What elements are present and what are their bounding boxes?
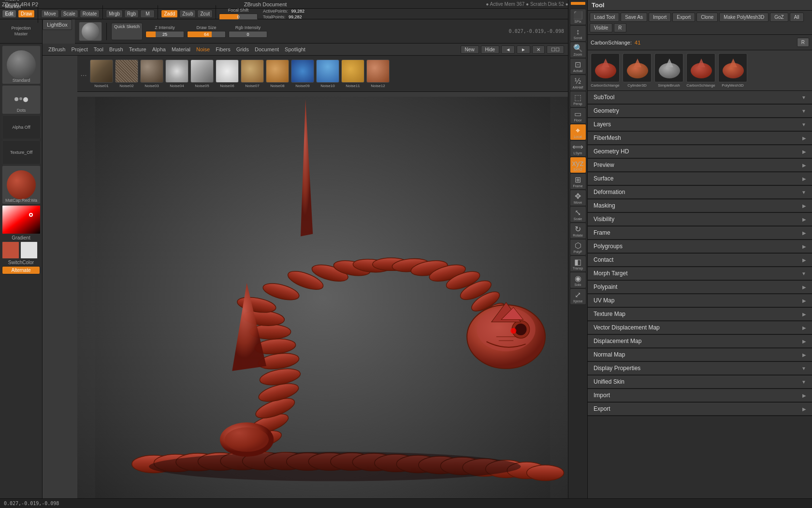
brush-preview[interactable] [79, 22, 102, 41]
zadd-btn[interactable]: Zadd [161, 10, 178, 18]
menu-section-btn-morph-target[interactable]: Morph Target▼ [588, 267, 812, 280]
quick-sketch-btn[interactable]: Quick Sketch [111, 23, 143, 40]
noise-thumb-8[interactable]: Noise08 [266, 60, 289, 88]
menu-list[interactable]: SubTool▼Geometry▼Layers▼FiberMesh▶Geomet… [588, 91, 812, 508]
viewport-menu-zbrush[interactable]: ZBrush [46, 45, 67, 53]
move-btn[interactable]: Move [41, 10, 58, 18]
tool-thumb-3[interactable]: SimpleBrush [654, 53, 683, 88]
mrgb-btn[interactable]: Mrgb [106, 10, 123, 18]
strip-btn-rotate[interactable]: ↻Rotate [570, 223, 586, 239]
viewport-menu-noise[interactable]: Noise [194, 45, 212, 53]
rotate-btn[interactable]: Rotate [80, 10, 100, 18]
noise-thumb-5[interactable]: Noise05 [190, 60, 214, 88]
strip-btn-local[interactable]: ⌖Local [570, 124, 586, 140]
menu-section-btn-display-properties[interactable]: Display Properties▼ [588, 362, 812, 375]
menu-item-macro[interactable]: Macro [2, 0, 36, 2]
menu-section-btn-deformation[interactable]: Deformation▼ [588, 186, 812, 199]
action-btn-all[interactable]: All [790, 13, 804, 22]
fg-color-swatch[interactable] [2, 241, 19, 259]
m-btn[interactable]: M [140, 10, 155, 18]
viewport-menu-document[interactable]: Document [253, 45, 281, 53]
expand-btn[interactable]: ☐☐ [547, 45, 564, 54]
noise-thumb-6[interactable]: Noise06 [216, 60, 239, 88]
noise-thumb-7[interactable]: Noise07 [241, 60, 264, 88]
viewport-menu-texture[interactable]: Texture [127, 45, 148, 53]
noise-thumb-10[interactable]: Noise10 [316, 60, 339, 88]
rgb-intensity-slider[interactable]: 0 [229, 31, 267, 38]
z-intensity-slider[interactable]: 25 [145, 31, 184, 38]
menu-section-btn-fibermesh[interactable]: FiberMesh▶ [588, 132, 812, 145]
color-picker[interactable] [2, 205, 41, 234]
lightbox-btn[interactable]: LightBox [43, 19, 72, 30]
action-btn-import[interactable]: Import [649, 13, 671, 22]
draw-size-slider[interactable]: 64 [187, 31, 226, 38]
tool-thumb-2[interactable]: Cylinder3D [623, 53, 652, 88]
zsub-btn[interactable]: Zsub [179, 10, 196, 18]
action-btn-r[interactable]: R [614, 23, 626, 32]
action-btn-goz[interactable]: GoZ [770, 13, 788, 22]
prev-btn[interactable]: ◄ [501, 45, 515, 54]
edit-btn[interactable]: Edit [2, 10, 16, 18]
strip-btn-lsym[interactable]: ⟺LSym [570, 140, 586, 157]
strip-btn-transp[interactable]: ◧Transp [570, 255, 586, 272]
viewport[interactable] [77, 97, 568, 498]
menu-section-btn-layers[interactable]: Layers▼ [588, 118, 812, 131]
close-btn[interactable]: ✕ [532, 45, 545, 54]
viewport-menu-alpha[interactable]: Alpha [150, 45, 168, 53]
menu-section-btn-surface[interactable]: Surface▶ [588, 172, 812, 185]
menu-section-btn-normal-map[interactable]: Normal Map▶ [588, 348, 812, 361]
menu-section-btn-polypaint[interactable]: Polypaint▶ [588, 281, 812, 294]
action-btn-save-as[interactable]: Save As [621, 13, 647, 22]
switch-color-btn[interactable]: SwitchColor [2, 260, 40, 265]
menu-section-btn-vector-displacement-map[interactable]: Vector Displacement Map▶ [588, 321, 812, 334]
menu-section-btn-import[interactable]: Import▶ [588, 389, 812, 402]
action-btn-export[interactable]: Export [672, 13, 695, 22]
brush-standard-thumb[interactable]: Standard [2, 45, 41, 84]
strip-btn-xpose[interactable]: ⤢Xpose [570, 288, 586, 305]
strip-btn-floor[interactable]: ▭Floor [570, 107, 586, 124]
matcap-thumb[interactable]: MatCap:Red:Wa [2, 165, 41, 204]
projection-master-btn[interactable]: ProjectionMaster [0, 19, 43, 44]
dots-thumb[interactable]: Dots [2, 85, 41, 114]
viewport-menu-tool[interactable]: Tool [92, 45, 105, 53]
noise-thumb-4[interactable]: Noise04 [165, 60, 188, 88]
strip-btn-move[interactable]: ✥Move [570, 190, 586, 206]
menu-section-btn-polygroups[interactable]: Polygroups▶ [588, 240, 812, 253]
viewport-menu-material[interactable]: Material [170, 45, 192, 53]
scale-btn[interactable]: Scale [60, 10, 78, 18]
menu-section-btn-preview[interactable]: Preview▶ [588, 159, 812, 172]
tool-thumb-1[interactable]: CarbonSchlange [591, 53, 620, 88]
strip-btn-scale[interactable]: ⤡Scale [570, 206, 586, 223]
noise-thumb-11[interactable]: Noise11 [341, 60, 364, 88]
action-btn-visible[interactable]: Visible [590, 23, 612, 32]
alpha-off-thumb[interactable]: Alpha Off [2, 115, 41, 139]
alternate-btn[interactable]: Alternate [2, 266, 40, 274]
new-btn[interactable]: New [461, 45, 479, 54]
hide-btn[interactable]: Hide [481, 45, 500, 54]
strip-btn-persp[interactable]: ⬚Persp [570, 91, 586, 107]
viewport-menu-project[interactable]: Project [69, 45, 89, 53]
menu-section-btn-subtool[interactable]: SubTool▼ [588, 91, 812, 104]
tool-thumb-4[interactable]: CarbonSchlange [686, 53, 715, 88]
zcut-btn[interactable]: Zcut [197, 10, 212, 18]
strip-btn-scroll[interactable]: ↕Scroll [570, 25, 586, 42]
bg-color-swatch[interactable] [20, 241, 38, 259]
menu-section-btn-displacement-map[interactable]: Displacement Map▶ [588, 335, 812, 348]
noise-thumb-9[interactable]: Noise09 [291, 60, 314, 88]
noise-thumb-2[interactable]: Noise02 [115, 60, 138, 88]
menu-section-btn-unified-skin[interactable]: Unified Skin▼ [588, 375, 812, 388]
r-btn[interactable]: R [797, 38, 809, 47]
menu-section-btn-masking[interactable]: Masking▶ [588, 199, 812, 212]
strip-btn-actual[interactable]: ⊡Actual [570, 58, 586, 75]
menu-section-btn-frame[interactable]: Frame▶ [588, 226, 812, 239]
noise-thumb-3[interactable]: Noise03 [140, 60, 163, 88]
tool-thumb-5[interactable]: PolyMesh3D [718, 53, 747, 88]
viewport-menu-brush[interactable]: Brush [107, 45, 125, 53]
strip-btn-solo[interactable]: ◉Solo [570, 272, 586, 288]
noise-prev-btn[interactable]: … [79, 69, 88, 78]
action-btn-make-polymesh3d[interactable]: Make PolyMesh3D [719, 13, 768, 22]
viewport-menu-spotlight[interactable]: Spotlight [283, 45, 307, 53]
action-btn-clone[interactable]: Clone [696, 13, 718, 22]
strip-btn-sxyz[interactable]: xyzSXYZ [570, 157, 586, 173]
texture-off-thumb[interactable]: Texture_Off [2, 140, 41, 164]
